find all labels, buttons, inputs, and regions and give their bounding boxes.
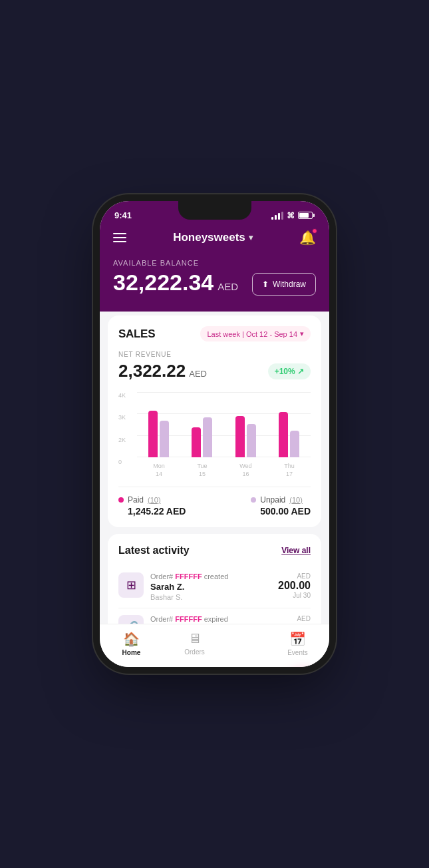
unpaid-amount: 500.00 AED xyxy=(260,506,311,517)
bar-tue-paid xyxy=(192,427,201,457)
notification-badge xyxy=(312,228,317,234)
chart-y-labels: 4K 3K 2K 0 xyxy=(118,392,126,479)
nav-events[interactable]: 📅 Events xyxy=(266,631,329,656)
main-content: SALES Last week | Oct 12 - Sep 14 ▾ NET … xyxy=(100,316,329,667)
store-name[interactable]: Honeysweets ▾ xyxy=(173,231,253,244)
chevron-down-icon: ▾ xyxy=(249,233,253,242)
chart-x-labels: Mon14 Tue15 Wed16 Thu17 xyxy=(137,462,311,479)
status-icons: ⌘ xyxy=(271,211,315,220)
battery-icon xyxy=(298,212,315,219)
status-time: 9:41 xyxy=(114,210,132,220)
home-icon: 🏠 xyxy=(123,631,140,647)
unpaid-dot-icon xyxy=(251,497,256,503)
activity-header: Latest activity View all xyxy=(118,544,311,556)
revenue-amount: 2,322.22 AED xyxy=(118,361,207,381)
bar-group-thu xyxy=(279,412,299,457)
sales-chart: 4K 3K 2K 0 xyxy=(118,392,311,479)
balance-amount: 32,222.34 AED xyxy=(113,270,238,296)
balance-section: AVAILABLE BALANCE 32,222.34 AED ⬆ Withdr… xyxy=(100,256,329,312)
menu-button[interactable] xyxy=(113,233,126,242)
bar-group-wed xyxy=(235,416,256,457)
activity-item[interactable]: ⊞ Order# FFFFFF created Sarah Z. Bashar … xyxy=(118,566,311,608)
app-header: Honeysweets ▾ 🔔 xyxy=(100,224,329,256)
withdraw-button[interactable]: ⬆ Withdraw xyxy=(252,273,316,296)
balance-label: AVAILABLE BALANCE xyxy=(113,259,238,267)
activity-title: Latest activity xyxy=(118,544,190,556)
paid-count[interactable]: (10) xyxy=(148,496,161,504)
paid-amount: 1,245.22 AED xyxy=(128,506,186,517)
orders-icon: 🖥 xyxy=(188,631,202,646)
activity-amount: AED 200.00 Jul 30 xyxy=(278,572,311,599)
chart-bars xyxy=(137,392,311,457)
order-created-icon: ⊞ xyxy=(118,572,144,598)
bar-mon-paid xyxy=(148,411,158,457)
revenue-row: 2,322.22 AED +10% ↗ xyxy=(118,361,311,381)
legend-unpaid: Unpaid (10) 500.00 AED xyxy=(251,495,311,517)
growth-badge: +10% ↗ xyxy=(268,363,311,379)
events-icon: 📅 xyxy=(289,631,306,647)
paid-dot-icon xyxy=(118,497,124,503)
activity-details: Order# FFFFFF created Sarah Z. Bashar S. xyxy=(150,572,271,601)
wifi-icon: ⌘ xyxy=(287,211,295,220)
unpaid-count[interactable]: (10) xyxy=(289,496,303,504)
chevron-down-icon: ▾ xyxy=(300,329,304,338)
date-filter-button[interactable]: Last week | Oct 12 - Sep 14 ▾ xyxy=(200,326,311,341)
bar-wed-unpaid xyxy=(247,424,256,457)
sales-header: SALES Last week | Oct 12 - Sep 14 ▾ xyxy=(118,326,311,341)
sales-title: SALES xyxy=(118,327,155,341)
bar-tue-unpaid xyxy=(203,417,212,457)
notification-button[interactable]: 🔔 xyxy=(299,230,316,246)
bar-group-tue xyxy=(192,417,212,457)
bar-mon-unpaid xyxy=(160,421,169,457)
bar-thu-paid xyxy=(279,412,288,457)
net-revenue-label: NET REVENUE xyxy=(118,351,311,358)
view-all-link[interactable]: View all xyxy=(281,546,311,555)
bar-group-mon xyxy=(148,411,169,457)
bottom-nav: 🏠 Home 🖥 Orders 📅 Events xyxy=(100,624,329,667)
bar-wed-paid xyxy=(235,416,245,457)
chart-legend: Paid (10) 1,245.22 AED Unpaid (10) 500.0… xyxy=(118,487,311,517)
signal-icon xyxy=(271,212,283,220)
bar-thu-unpaid xyxy=(290,431,299,457)
nav-home[interactable]: 🏠 Home xyxy=(100,631,163,656)
nav-orders[interactable]: 🖥 Orders xyxy=(163,631,226,656)
withdraw-icon: ⬆ xyxy=(262,280,269,289)
legend-paid: Paid (10) 1,245.22 AED xyxy=(118,495,186,517)
sales-card: SALES Last week | Oct 12 - Sep 14 ▾ NET … xyxy=(108,316,321,527)
